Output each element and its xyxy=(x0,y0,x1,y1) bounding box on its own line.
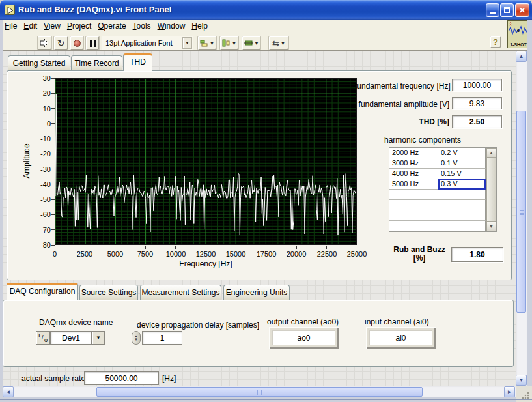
harmonics-table-scrollbar[interactable]: ▲ ▼ xyxy=(486,147,497,232)
harmonics-cell[interactable]: 0.1 V xyxy=(438,158,486,169)
harmonics-table[interactable]: 2000 Hz0.2 V3000 Hz0.1 V4000 Hz0.15 V500… xyxy=(389,147,486,232)
menu-item-help[interactable]: Help xyxy=(188,20,211,34)
tab-time-record[interactable]: Time Record xyxy=(71,55,122,70)
align-objects-button[interactable]: ▼ xyxy=(197,36,217,50)
harmonics-scroll-up-button[interactable]: ▲ xyxy=(486,148,496,158)
tab-thd[interactable]: THD xyxy=(123,53,152,71)
harmonics-cell[interactable] xyxy=(438,210,486,221)
close-button[interactable]: ✕ xyxy=(515,3,529,17)
harmonics-row: 3000 Hz0.1 V xyxy=(389,158,486,169)
harmonics-cell[interactable]: 4000 Hz xyxy=(389,169,438,179)
minimize-button[interactable] xyxy=(486,3,499,17)
reorder-icon: ⇆ xyxy=(272,38,279,48)
tab-daq-configuration[interactable]: DAQ Configuration xyxy=(7,283,78,300)
maximize-button[interactable] xyxy=(500,3,514,17)
x-tick-label: 7500 xyxy=(130,250,161,258)
tab-source-settings[interactable]: Source Settings xyxy=(79,285,138,300)
harmonics-cell[interactable] xyxy=(389,221,438,231)
x-axis-title: Frequency [Hz] xyxy=(141,259,271,268)
resize-objects-button[interactable]: ▼ xyxy=(242,36,261,50)
harmonics-row: 5000 Hz0.3 V xyxy=(389,179,486,190)
window-titlebar[interactable]: Rub and Buzz (DAQmx).vi Front Panel ✕ xyxy=(0,0,532,20)
menu-item-operate[interactable]: Operate xyxy=(94,20,129,34)
propagation-delay-input[interactable]: 1 xyxy=(142,331,182,345)
daq-device-dropdown-icon[interactable]: ▼ xyxy=(92,331,105,345)
y-tick xyxy=(51,139,55,139)
x-tick-label: 12500 xyxy=(190,250,221,258)
x-tick xyxy=(206,246,206,249)
input-channel-box[interactable]: ai0 xyxy=(366,327,436,349)
harmonics-row xyxy=(389,190,486,200)
vi-icon-graphic xyxy=(508,21,529,42)
reorder-button[interactable]: ⇆▼ xyxy=(268,36,289,50)
tab-getting-started[interactable]: Getting Started xyxy=(8,55,70,70)
x-tick-label: 22500 xyxy=(311,250,343,258)
menu-item-file[interactable]: File xyxy=(1,20,20,34)
x-tick xyxy=(357,246,357,249)
menu-item-view[interactable]: View xyxy=(40,20,64,34)
menu-item-tools[interactable]: Tools xyxy=(130,20,154,34)
harmonics-cell[interactable] xyxy=(389,210,438,221)
pause-button[interactable] xyxy=(85,36,100,50)
harmonics-cell[interactable]: 0.15 V xyxy=(438,169,486,179)
font-selector[interactable]: 13pt Application Font ▼ xyxy=(102,36,193,50)
y-tick xyxy=(51,154,55,154)
x-tick-label: 2500 xyxy=(69,250,100,258)
y-tick xyxy=(51,199,55,200)
harmonics-cell[interactable]: 3000 Hz xyxy=(389,158,438,169)
input-channel-value[interactable]: ai0 xyxy=(369,330,432,345)
thd-value: 2.50 xyxy=(452,115,502,128)
y-tick-label: -30 xyxy=(23,165,51,173)
tab-engineering-units[interactable]: Engineering Units xyxy=(223,285,290,300)
menu-item-window[interactable]: Window xyxy=(154,20,189,34)
run-icon xyxy=(40,38,49,48)
abort-icon xyxy=(74,40,81,47)
harmonics-cell[interactable] xyxy=(438,190,486,200)
menu-item-project[interactable]: Project xyxy=(64,20,94,34)
harmonics-cell[interactable]: 5000 Hz xyxy=(389,179,438,190)
vi-icon-label: 1-SHOT xyxy=(508,42,529,47)
run-button[interactable] xyxy=(37,36,52,50)
rub-and-buzz-value: 1.80 xyxy=(451,247,503,262)
output-channel-value[interactable]: ao0 xyxy=(272,330,335,345)
y-tick xyxy=(51,123,55,124)
decrement-icon[interactable]: ▼ xyxy=(132,337,140,341)
scroll-down-button[interactable]: ▼ xyxy=(516,375,527,386)
x-tick xyxy=(296,246,297,249)
vertical-scroll-thumb[interactable] xyxy=(516,111,526,313)
harmonics-cell[interactable] xyxy=(438,221,486,231)
help-icon: ? xyxy=(493,37,498,47)
horizontal-scroll-thumb[interactable] xyxy=(96,387,423,397)
distribute-objects-icon xyxy=(222,39,231,47)
minimize-icon xyxy=(490,12,496,14)
harmonics-row: 2000 Hz0.2 V xyxy=(389,148,486,158)
abort-button[interactable] xyxy=(70,36,84,50)
tab-measurement-settings[interactable]: Measurement Settings xyxy=(140,285,221,300)
daq-device-name-combo[interactable]: Dev1 xyxy=(50,331,92,345)
font-selector-value: 13pt Application Font xyxy=(105,39,173,47)
daq-device-name-label: DAQmx device name xyxy=(39,318,113,327)
x-tick xyxy=(266,246,266,249)
fundamental-amplitude-v-value: 9.83 xyxy=(452,97,502,109)
scroll-left-button[interactable]: ◄ xyxy=(3,386,14,397)
labview-front-panel-window: Rub and Buzz (DAQmx).vi Front Panel ✕ Fi… xyxy=(0,0,532,402)
harmonics-cell[interactable]: 2000 Hz xyxy=(389,148,438,158)
menu-item-edit[interactable]: Edit xyxy=(20,20,40,34)
distribute-objects-button[interactable]: ▼ xyxy=(219,36,239,50)
propagation-delay-spinner[interactable]: ▲ ▼ xyxy=(132,331,141,345)
scroll-right-button[interactable]: ► xyxy=(504,386,515,397)
font-selector-dropdown-icon[interactable]: ▼ xyxy=(182,37,192,49)
thumb-grip xyxy=(520,210,524,211)
harmonics-cell[interactable]: 0.3 V xyxy=(438,179,486,190)
help-button[interactable]: ? xyxy=(490,36,501,48)
harmonics-scroll-thumb[interactable] xyxy=(486,158,496,222)
harmonics-cell[interactable] xyxy=(389,200,438,210)
harmonics-scroll-down-button[interactable]: ▼ xyxy=(486,222,496,231)
harmonics-cell[interactable] xyxy=(438,200,486,210)
run-continuous-button[interactable]: ↻ xyxy=(53,36,68,50)
harmonics-cell[interactable]: 0.2 V xyxy=(438,148,486,158)
harmonics-cell[interactable] xyxy=(389,190,438,200)
vi-icon-1-shot[interactable]: 1-SHOT xyxy=(507,20,529,48)
scroll-up-button[interactable]: ▲ xyxy=(516,51,527,62)
output-channel-box[interactable]: ao0 xyxy=(269,327,339,349)
